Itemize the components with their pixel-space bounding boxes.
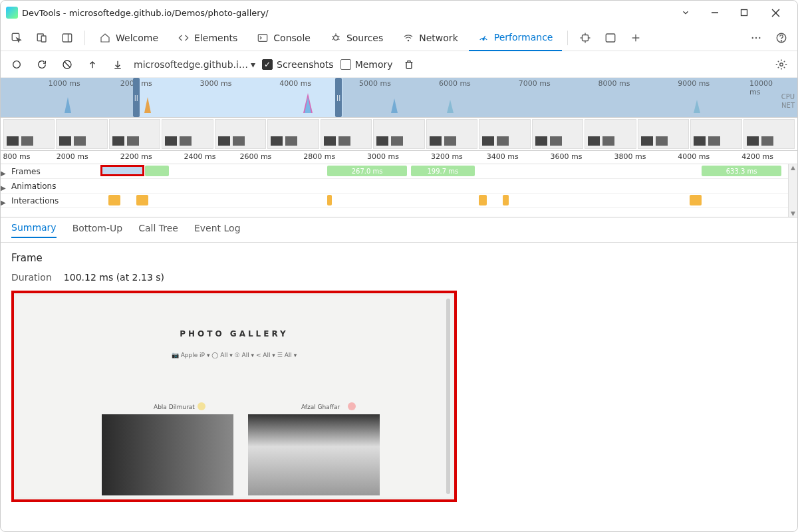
dock-side-icon[interactable]: [55, 26, 79, 50]
track-label: Animations: [11, 182, 56, 191]
tick: 4000 ms: [279, 79, 311, 88]
tick: 3800 ms: [614, 152, 646, 161]
clear-button[interactable]: [58, 55, 76, 74]
interaction-segment[interactable]: [479, 195, 487, 205]
interaction-segment[interactable]: [503, 195, 509, 205]
tab-sources[interactable]: Sources: [321, 25, 392, 51]
tab-call-tree[interactable]: Call Tree: [138, 223, 178, 237]
scroll-up-icon[interactable]: ▲: [789, 164, 797, 171]
timeline-vertical-scrollbar[interactable]: ▲ ▼: [788, 164, 797, 217]
frame-segment[interactable]: 267.0 ms: [327, 166, 407, 176]
svg-line-14: [332, 39, 334, 39]
track-frames[interactable]: ▶Frames 267.0 ms 199.7 ms 633.3 ms: [1, 164, 797, 179]
tab-summary[interactable]: Summary: [11, 222, 57, 238]
maximize-button[interactable]: [730, 3, 759, 23]
interaction-segment[interactable]: [136, 195, 148, 205]
upload-button[interactable]: [83, 55, 102, 74]
titlebar: DevTools - microsoftedge.github.io/Demos…: [1, 1, 797, 25]
timeline-overview[interactable]: 1000 ms 2000 ms 3000 ms 4000 ms 5000 ms …: [1, 78, 797, 118]
settings-gear-icon[interactable]: [772, 55, 791, 74]
device-toggle-icon[interactable]: [30, 26, 54, 50]
panel-icon[interactable]: [598, 26, 622, 50]
close-button[interactable]: [759, 3, 792, 23]
timeline-main[interactable]: 800 ms 2000 ms 2200 ms 2400 ms 2600 ms 2…: [1, 151, 797, 217]
filmstrip-thumb[interactable]: [321, 119, 372, 149]
filmstrip-thumb[interactable]: [215, 119, 266, 149]
tab-performance[interactable]: Performance: [469, 25, 563, 51]
selected-frame-highlight[interactable]: [100, 165, 144, 176]
tab-network[interactable]: Network: [394, 25, 467, 51]
interaction-segment[interactable]: [108, 195, 120, 205]
segment-label: 633.3 ms: [726, 168, 757, 175]
filmstrip-thumb[interactable]: [56, 119, 107, 149]
trash-button[interactable]: [400, 55, 418, 74]
tick: 3400 ms: [487, 152, 519, 161]
screenshots-checkbox[interactable]: ✓ Screenshots: [262, 59, 334, 70]
tick: 800 ms: [3, 152, 30, 161]
overview-selection-start-handle[interactable]: ||: [133, 78, 140, 117]
filmstrip-thumb[interactable]: [585, 119, 636, 149]
filmstrip-thumb[interactable]: [743, 119, 795, 149]
reload-button[interactable]: [33, 55, 51, 74]
track-label: Interactions: [11, 196, 59, 205]
filmstrip-thumb[interactable]: [373, 119, 424, 149]
plus-icon[interactable]: [624, 26, 648, 50]
more-icon[interactable]: [744, 26, 768, 50]
filmstrip-thumb[interactable]: [638, 119, 689, 149]
track-animations[interactable]: ▶Animations: [1, 179, 797, 194]
filmstrip[interactable]: [1, 118, 797, 151]
tab-event-log[interactable]: Event Log: [194, 223, 241, 237]
filmstrip-thumb[interactable]: [690, 119, 741, 149]
cpu-icon[interactable]: [573, 26, 597, 50]
filmstrip-thumb[interactable]: [267, 119, 319, 149]
expand-arrow-icon[interactable]: ▶: [1, 184, 6, 192]
help-icon[interactable]: [769, 26, 793, 50]
svg-point-28: [755, 37, 757, 38]
frame-segment[interactable]: 199.7 ms: [411, 166, 475, 176]
inspect-icon[interactable]: [5, 26, 29, 50]
devtools-window: DevTools - microsoftedge.github.io/Demos…: [0, 0, 798, 532]
scroll-down-icon[interactable]: ▼: [789, 210, 797, 217]
overview-selection-end-handle[interactable]: ||: [335, 78, 342, 117]
checkbox-label: Screenshots: [277, 59, 334, 70]
tick: 3200 ms: [431, 152, 463, 161]
interaction-segment[interactable]: [327, 195, 332, 205]
filmstrip-thumb[interactable]: [109, 119, 160, 149]
filmstrip-thumb[interactable]: [426, 119, 477, 149]
tab-elements[interactable]: Elements: [169, 25, 247, 51]
download-button[interactable]: [108, 55, 127, 74]
recording-selector[interactable]: microsoftedge.github.i… ▾: [134, 59, 255, 70]
frame-segment[interactable]: [145, 166, 169, 176]
svg-rect-9: [259, 34, 267, 41]
tab-welcome[interactable]: Welcome: [90, 25, 168, 51]
app-favicon: [6, 7, 18, 19]
interaction-segment[interactable]: [690, 195, 702, 205]
chevron-down-icon[interactable]: [671, 3, 700, 23]
frame-segment[interactable]: 633.3 ms: [702, 166, 781, 176]
svg-point-38: [780, 63, 783, 66]
minimize-button[interactable]: [700, 3, 730, 23]
tab-label: Console: [273, 33, 311, 43]
filmstrip-thumb[interactable]: [162, 119, 213, 149]
tab-bottom-up[interactable]: Bottom-Up: [72, 223, 123, 237]
svg-line-13: [338, 36, 339, 37]
expand-arrow-icon[interactable]: ▶: [1, 170, 6, 177]
home-icon: [100, 33, 110, 43]
svg-point-18: [483, 39, 484, 40]
filmstrip-thumb[interactable]: [532, 119, 583, 149]
tick: 2400 ms: [184, 152, 216, 161]
memory-checkbox[interactable]: Memory: [340, 59, 393, 70]
filmstrip-thumb[interactable]: [3, 119, 55, 149]
tick: 3000 ms: [367, 152, 399, 161]
track-interactions[interactable]: ▶Interactions: [1, 194, 797, 208]
record-button[interactable]: [7, 55, 26, 74]
preview-photo-1: [102, 414, 233, 495]
code-icon: [178, 33, 189, 43]
tab-console[interactable]: Console: [248, 25, 320, 51]
preview-dot-2: [348, 402, 356, 410]
tick: 2200 ms: [120, 152, 152, 161]
tick: 2600 ms: [239, 152, 271, 161]
tick: 4200 ms: [741, 152, 773, 161]
expand-arrow-icon[interactable]: ▶: [1, 199, 6, 206]
filmstrip-thumb[interactable]: [479, 119, 530, 149]
